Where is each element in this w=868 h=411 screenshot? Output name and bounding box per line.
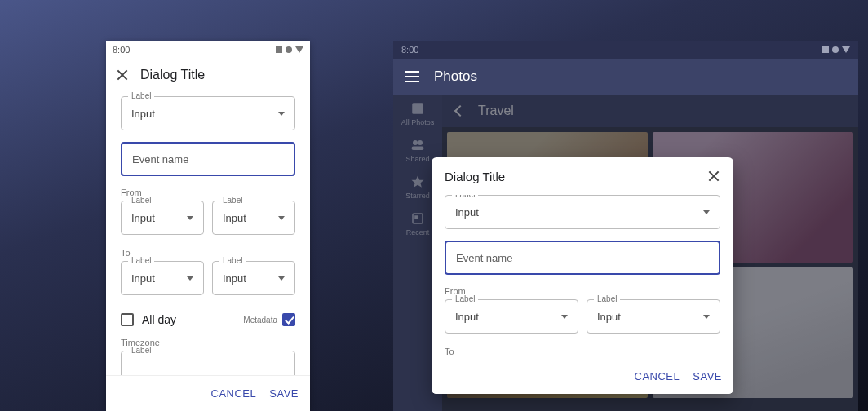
chevron-down-icon (561, 315, 568, 319)
chevron-down-icon (278, 216, 285, 220)
status-triangle-icon (295, 46, 303, 53)
from-section-label: From (445, 286, 720, 296)
event-name-placeholder: Event name (456, 252, 709, 264)
from-date-select[interactable]: Label Input (121, 201, 204, 235)
field-label: Label (128, 346, 154, 355)
field-label: Label (219, 256, 246, 265)
menu-icon[interactable] (405, 71, 419, 82)
field-label: Label (452, 294, 478, 303)
from-time-select[interactable]: Label Input (212, 201, 295, 235)
modal-dialog: Dialog Title Label Input Event name From… (432, 157, 733, 394)
mobile-fullscreen-dialog: 8:00 Dialog Title Label Input Event name… (106, 41, 310, 411)
field-value: Input (223, 212, 278, 224)
field-value: Input (455, 311, 561, 323)
field-label: Label (128, 91, 154, 100)
chevron-down-icon (703, 210, 710, 214)
dialog-actions: CANCEL SAVE (432, 358, 733, 394)
to-row: Label Input Label Input (121, 261, 295, 305)
metadata-label: Metadata (243, 316, 277, 325)
field-label: Label (128, 196, 154, 205)
allday-checkbox[interactable] (121, 313, 134, 326)
save-button[interactable]: SAVE (269, 387, 299, 400)
dialog-title: Dialog Title (445, 170, 505, 183)
close-icon[interactable] (707, 170, 720, 183)
field-value: Input (455, 206, 703, 219)
metadata-checkbox[interactable] (282, 313, 295, 326)
from-row: Label Input Label Input (121, 201, 295, 245)
event-name-input[interactable]: Event name (445, 241, 720, 275)
allday-row: All day Metadata (121, 313, 295, 326)
dialog-actions: CANCEL SAVE (106, 375, 310, 411)
chevron-down-icon (187, 216, 193, 220)
app-title: Photos (434, 68, 477, 85)
app-bar: Photos (393, 59, 858, 95)
status-bar: 8:00 (393, 41, 858, 59)
status-square-icon (822, 46, 829, 53)
status-circle-icon (286, 46, 292, 53)
event-name-placeholder: Event name (132, 153, 284, 166)
to-time-select[interactable]: Label Input (212, 261, 295, 295)
dialog-app-bar: Dialog Title (106, 59, 310, 91)
field-value: Input (131, 272, 187, 285)
status-time: 8:00 (113, 45, 130, 55)
field-label: Label (594, 294, 620, 303)
field-value: Input (223, 272, 278, 285)
chevron-down-icon (278, 276, 285, 281)
dialog-body: Label Input Event name From Label Input … (432, 195, 733, 358)
status-time: 8:00 (401, 45, 418, 55)
to-section-label: To (445, 347, 720, 356)
to-date-select[interactable]: Label Input (121, 261, 204, 295)
status-bar: 8:00 (106, 41, 310, 59)
allday-label: All day (142, 313, 176, 326)
status-circle-icon (832, 46, 839, 53)
tablet-screen: 8:00 Photos All Photos Shared Starred (393, 41, 858, 411)
field-value: Input (131, 212, 187, 224)
chevron-down-icon (703, 315, 710, 319)
field-label: Label (452, 195, 478, 199)
cancel-button[interactable]: CANCEL (635, 370, 680, 382)
save-button[interactable]: SAVE (693, 370, 722, 382)
status-square-icon (276, 46, 282, 53)
field-label: Label (219, 196, 246, 205)
status-icons (822, 46, 850, 53)
timezone-select[interactable]: Label (121, 351, 295, 375)
label-select[interactable]: Label Input (121, 96, 295, 130)
from-date-select[interactable]: Label Input (445, 299, 578, 334)
chevron-down-icon (187, 276, 193, 281)
from-row: Label Input Label Input (445, 299, 720, 343)
status-icons (276, 46, 303, 53)
field-value: Input (597, 311, 703, 323)
close-icon[interactable] (116, 68, 129, 82)
label-select[interactable]: Label Input (445, 195, 720, 229)
dialog-title: Dialog Title (140, 68, 205, 82)
dialog-body: Label Input Event name From Label Input … (106, 91, 310, 375)
event-name-input[interactable]: Event name (121, 142, 295, 176)
dialog-header: Dialog Title (432, 157, 733, 195)
cancel-button[interactable]: CANCEL (211, 387, 257, 400)
field-value: Input (131, 108, 278, 120)
from-time-select[interactable]: Label Input (587, 299, 720, 334)
status-triangle-icon (842, 46, 850, 53)
field-label: Label (128, 256, 154, 265)
chevron-down-icon (278, 112, 285, 116)
